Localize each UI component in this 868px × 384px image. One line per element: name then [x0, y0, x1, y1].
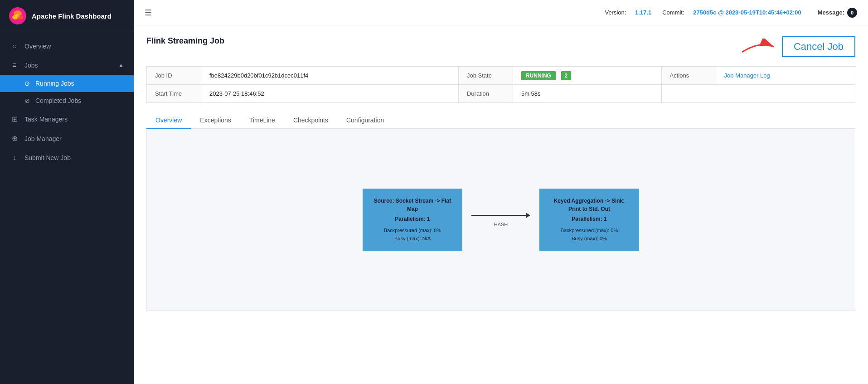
svg-point-4: [16, 14, 19, 18]
graph-node-2-stat2: Busy (max): 0%: [561, 235, 618, 243]
graph-node-2-stat1: Backpressured (max): 0%: [561, 227, 618, 235]
main-content: ☰ Version: 1.17.1 Commit: 2750d5c @ 2023…: [134, 0, 868, 384]
sidebar-logo: Apache Flink Dashboard: [0, 0, 134, 32]
sidebar-item-completed-jobs-label: Completed Jobs: [35, 97, 81, 104]
job-graph-area: Source: Socket Stream -> Flat Map Parall…: [146, 129, 855, 311]
cancel-arrow-annotation: [737, 39, 778, 55]
job-id-row: Job ID fbe824229b0d20bf01c92b1dcec011f4 …: [147, 67, 855, 85]
tab-configuration[interactable]: Configuration: [337, 112, 393, 129]
job-state-value: RUNNING 2: [513, 67, 661, 85]
job-info-table: Job ID fbe824229b0d20bf01c92b1dcec011f4 …: [146, 66, 855, 103]
graph-node-1[interactable]: Source: Socket Stream -> Flat Map Parall…: [363, 189, 462, 251]
tab-checkpoints[interactable]: Checkpoints: [284, 112, 337, 129]
sidebar-item-running-jobs-label: Running Jobs: [35, 80, 74, 87]
sidebar-item-jobs-label: Jobs: [24, 62, 38, 69]
tab-exceptions[interactable]: Exceptions: [191, 112, 240, 129]
graph-node-1-title: Source: Socket Stream -> Flat Map: [372, 197, 453, 213]
overview-icon: ○: [10, 42, 19, 50]
job-state-label: Job State: [458, 67, 513, 85]
graph-node-2-title: Keyed Aggregation -> Sink: Print to Std.…: [548, 197, 630, 213]
graph-node-2[interactable]: Keyed Aggregation -> Sink: Print to Std.…: [539, 189, 639, 251]
task-managers-icon: ⊞: [10, 115, 19, 123]
commit-label: Commit: 2750d5c @ 2023-05-19T10:45:46+02…: [662, 9, 801, 16]
sidebar-nav: ○ Overview ≡ Jobs ▲ ⊙ Running Jobs ⊘ Com…: [0, 32, 134, 384]
jobs-chevron-icon: ▲: [118, 62, 124, 68]
start-time-label: Start Time: [147, 85, 201, 103]
sidebar-item-completed-jobs[interactable]: ⊘ Completed Jobs: [0, 92, 134, 109]
page-title: Flink Streaming Job: [146, 36, 224, 46]
sidebar-item-overview-label: Overview: [24, 43, 51, 50]
arrow-line: [471, 215, 526, 216]
sidebar-item-running-jobs[interactable]: ⊙ Running Jobs: [0, 75, 134, 92]
commit-value: 2750d5c @ 2023-05-19T10:45:46+02:00: [693, 9, 801, 16]
topbar-info: Version: 1.17.1 Commit: 2750d5c @ 2023-0…: [605, 9, 808, 16]
tab-timeline[interactable]: TimeLine: [240, 112, 284, 129]
cancel-job-button[interactable]: Cancel Job: [782, 36, 855, 57]
graph-node-1-stat2: Busy (max): N/A: [384, 235, 441, 243]
sidebar-item-overview[interactable]: ○ Overview: [0, 37, 134, 56]
actions-label: Actions: [661, 67, 716, 85]
red-arrow-icon: [737, 39, 778, 55]
graph-node-2-parallelism: Parallelism: 1: [572, 215, 606, 223]
running-jobs-icon: ⊙: [24, 80, 30, 87]
edge-label: HASH: [494, 222, 508, 227]
start-time-value: 2023-07-25 18:46:52: [201, 85, 459, 103]
sidebar-item-jobs[interactable]: ≡ Jobs ▲: [0, 56, 134, 75]
version-value: 1.17.1: [635, 9, 651, 16]
job-id-value: fbe824229b0d20bf01c92b1dcec011f4: [201, 67, 459, 85]
sidebar-item-job-manager[interactable]: ⊕ Job Manager: [0, 129, 134, 148]
graph-node-1-stats: Backpressured (max): 0% Busy (max): N/A: [384, 227, 441, 243]
topbar: ☰ Version: 1.17.1 Commit: 2750d5c @ 2023…: [134, 0, 868, 25]
sidebar: Apache Flink Dashboard ○ Overview ≡ Jobs…: [0, 0, 134, 384]
running-state-badge: RUNNING: [521, 71, 556, 80]
submit-new-job-icon: ↓: [10, 154, 19, 162]
flink-logo-icon: [9, 7, 26, 24]
graph-node-1-parallelism: Parallelism: 1: [395, 215, 430, 223]
job-manager-log-link[interactable]: Job Manager Log: [724, 72, 770, 79]
sidebar-title: Apache Flink Dashboard: [32, 12, 112, 20]
duration-label: Duration: [458, 85, 513, 103]
version-label: Version: 1.17.1: [605, 9, 651, 16]
content-area: Flink Streaming Job Cancel Job: [134, 25, 868, 384]
message-badge: Message: 0: [818, 8, 857, 18]
message-count: 0: [847, 8, 857, 18]
parallelism-badge: 2: [561, 71, 572, 80]
message-label: Message:: [818, 9, 844, 16]
sidebar-item-task-managers-label: Task Managers: [24, 116, 68, 123]
cancel-wrapper: Cancel Job: [737, 36, 855, 57]
start-time-row: Start Time 2023-07-25 18:46:52 Duration …: [147, 85, 855, 103]
jobs-icon: ≡: [10, 61, 19, 69]
arrow-head-icon: [526, 213, 530, 218]
completed-jobs-icon: ⊘: [24, 97, 30, 104]
sidebar-item-submit-new-job[interactable]: ↓ Submit New Job: [0, 148, 134, 167]
sidebar-item-job-manager-label: Job Manager: [24, 135, 62, 142]
graph-node-1-stat1: Backpressured (max): 0%: [384, 227, 441, 235]
menu-toggle-icon[interactable]: ☰: [145, 8, 152, 18]
job-id-label: Job ID: [147, 67, 201, 85]
graph-edge: HASH: [462, 213, 539, 227]
sidebar-item-submit-new-job-label: Submit New Job: [24, 154, 71, 161]
actions-value: Job Manager Log: [716, 67, 855, 85]
edge-line: [471, 213, 530, 218]
job-manager-icon: ⊕: [10, 134, 19, 143]
graph-nodes: Source: Socket Stream -> Flat Map Parall…: [165, 189, 837, 251]
job-tabs: Overview Exceptions TimeLine Checkpoints…: [146, 112, 855, 129]
duration-value: 5m 58s: [513, 85, 661, 103]
page-header: Flink Streaming Job Cancel Job: [146, 36, 855, 57]
graph-node-2-stats: Backpressured (max): 0% Busy (max): 0%: [561, 227, 618, 243]
tab-overview[interactable]: Overview: [146, 112, 191, 129]
sidebar-item-task-managers[interactable]: ⊞ Task Managers: [0, 109, 134, 129]
